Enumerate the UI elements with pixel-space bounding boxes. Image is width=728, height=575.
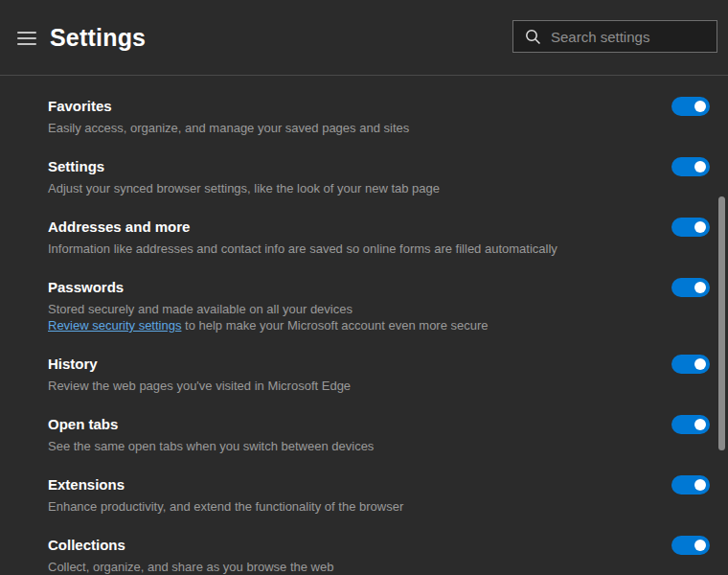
toggle-knob bbox=[694, 161, 706, 172]
setting-title: Passwords bbox=[48, 277, 489, 297]
setting-description: Easily access, organize, and manage your… bbox=[48, 120, 409, 136]
setting-row: Settings Adjust your synced browser sett… bbox=[48, 156, 710, 196]
toggle-switch[interactable] bbox=[671, 475, 710, 494]
settings-header: Settings bbox=[0, 0, 728, 76]
setting-description: Enhance productivity, and extend the fun… bbox=[48, 498, 403, 515]
settings-list: Favorites Easily access, organize, and m… bbox=[0, 76, 728, 575]
toggle-switch[interactable] bbox=[671, 218, 710, 237]
toggle-knob bbox=[694, 419, 706, 430]
toggle-knob bbox=[694, 282, 706, 293]
page-title: Settings bbox=[50, 24, 146, 52]
setting-row: History Review the web pages you've visi… bbox=[48, 354, 710, 394]
review-security-settings-link[interactable]: Review security settings bbox=[48, 318, 181, 333]
setting-row: Addresses and more Information like addr… bbox=[48, 217, 710, 257]
search-input[interactable] bbox=[551, 29, 704, 45]
setting-row: Extensions Enhance productivity, and ext… bbox=[48, 474, 710, 515]
setting-title: Favorites bbox=[48, 96, 409, 116]
setting-title: Open tabs bbox=[48, 414, 374, 434]
toggle-knob bbox=[694, 540, 706, 551]
setting-description: See the same open tabs when you switch b… bbox=[48, 438, 374, 454]
setting-description: Review the web pages you've visited in M… bbox=[48, 378, 351, 394]
setting-description: Adjust your synced browser settings, lik… bbox=[48, 180, 440, 196]
search-box[interactable] bbox=[512, 20, 717, 53]
toggle-knob bbox=[694, 479, 706, 491]
setting-title: Collections bbox=[48, 535, 333, 555]
toggle-switch[interactable] bbox=[671, 415, 710, 434]
toggle-knob bbox=[694, 358, 706, 370]
toggle-knob bbox=[694, 221, 706, 233]
magnifier-icon bbox=[525, 29, 541, 45]
hamburger-menu-icon[interactable] bbox=[17, 32, 36, 45]
setting-row: Favorites Easily access, organize, and m… bbox=[48, 96, 710, 136]
setting-row: Passwords Stored securely and made avail… bbox=[48, 277, 710, 334]
scrollbar-thumb[interactable] bbox=[718, 196, 725, 450]
toggle-knob bbox=[694, 101, 706, 112]
setting-description: Stored securely and made available on al… bbox=[48, 301, 489, 317]
toggle-switch[interactable] bbox=[671, 536, 710, 555]
setting-title: Settings bbox=[48, 156, 440, 176]
setting-title: Addresses and more bbox=[48, 217, 557, 237]
toggle-switch[interactable] bbox=[671, 157, 710, 176]
setting-title: History bbox=[48, 354, 351, 374]
link-suffix-text: to help make your Microsoft account even… bbox=[181, 318, 488, 333]
toggle-switch[interactable] bbox=[671, 97, 710, 116]
setting-description: Collect, organize, and share as you brow… bbox=[48, 559, 333, 575]
toggle-switch[interactable] bbox=[671, 355, 710, 374]
setting-title: Extensions bbox=[48, 474, 403, 494]
setting-row: Collections Collect, organize, and share… bbox=[48, 535, 710, 575]
setting-row: Open tabs See the same open tabs when yo… bbox=[48, 414, 710, 454]
setting-description: Information like addresses and contact i… bbox=[48, 241, 557, 257]
toggle-switch[interactable] bbox=[671, 278, 710, 297]
